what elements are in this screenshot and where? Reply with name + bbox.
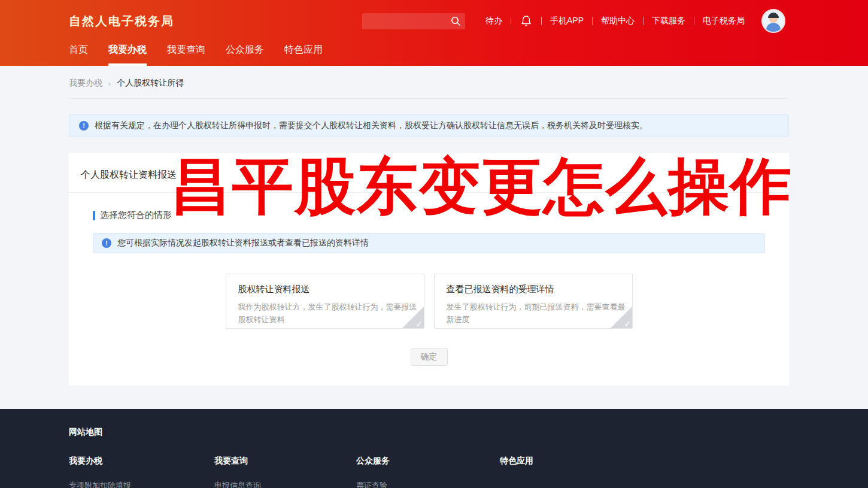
section-notice-text: 您可根据实际情况发起股权转让资料报送或者查看已报送的资料详情 — [117, 238, 369, 248]
corner-check-icon: ✓ — [611, 307, 632, 328]
option-card-submit-materials[interactable]: 股权转让资料报送 我作为股权转让方，发生了股权转让行为，需要报送股权转让资料 ✓ — [226, 274, 424, 329]
app-header: 自然人电子税务局 待办 — [0, 0, 868, 66]
footer-col-title: 我要查询 — [214, 456, 356, 466]
footer-link-ticket-verify[interactable]: 票证查验 — [356, 480, 500, 488]
footer-link-special-deduction[interactable]: 专项附加扣除填报 — [69, 480, 214, 488]
breadcrumb-parent[interactable]: 我要办税 — [69, 78, 102, 89]
options-row: 股权转让资料报送 我作为股权转让方，发生了股权转让行为，需要报送股权转让资料 ✓… — [93, 274, 765, 329]
sitemap-title: 网站地图 — [69, 427, 868, 438]
user-avatar[interactable] — [761, 9, 785, 33]
menu-item-mobile-app[interactable]: 手机APP — [542, 16, 592, 26]
search-input[interactable] — [362, 13, 491, 29]
search-box[interactable] — [362, 13, 465, 29]
nav-item-query[interactable]: 我要查询 — [167, 44, 205, 66]
footer-link-declaration-info[interactable]: 申报信息查询 — [214, 480, 356, 488]
option-card-view-progress[interactable]: 查看已报送资料的受理详情 发生了股权转让行为，前期已报送资料，需要查看最新进度 … — [434, 274, 633, 329]
footer-col-title: 我要办税 — [69, 456, 214, 466]
section-heading: 选择您符合的情形 — [93, 210, 765, 221]
menu-item-download-service[interactable]: 下载服务 — [644, 16, 694, 26]
section-title: 选择您符合的情形 — [100, 210, 172, 221]
main-panel: 个人股权转让资料报送 选择您符合的情形 ! 您可根据实际情况发起股权转让资料报送… — [69, 153, 789, 386]
nav-item-home[interactable]: 首页 — [69, 44, 88, 66]
section-accent-bar — [93, 211, 95, 220]
page-notice-text: 根据有关规定，在办理个人股权转让所得申报时，需要提交个人股权转让相关资料，股权受… — [95, 120, 648, 131]
breadcrumb-current: 个人股权转让所得 — [117, 78, 184, 89]
breadcrumb: 我要办税 › 个人股权转让所得 — [69, 66, 789, 99]
panel-header: 个人股权转让资料报送 — [69, 153, 789, 193]
footer-col-query: 我要查询 申报信息查询 — [214, 456, 356, 488]
footer-col-featured-apps: 特色应用 — [500, 456, 868, 488]
panel-title: 个人股权转让资料报送 — [81, 169, 177, 180]
footer-col-tax-handling: 我要办税 专项附加扣除填报 — [69, 456, 214, 488]
nav-item-tax-handling[interactable]: 我要办税 — [108, 44, 147, 66]
menu-item-etax-bureau[interactable]: 电子税务局 — [694, 16, 753, 26]
footer-col-public-service: 公众服务 票证查验 — [356, 456, 500, 488]
page-notice-banner: ! 根据有关规定，在办理个人股权转让所得申报时，需要提交个人股权转让相关资料，股… — [69, 114, 789, 137]
search-icon[interactable] — [451, 16, 461, 29]
nav-item-public-service[interactable]: 公众服务 — [226, 44, 264, 66]
info-icon: ! — [79, 121, 89, 131]
footer-col-title: 特色应用 — [500, 456, 868, 466]
option-description: 我作为股权转让方，发生了股权转让行为，需要报送股权转让资料 — [238, 301, 418, 326]
notifications-bell-icon[interactable] — [511, 15, 541, 27]
option-description: 发生了股权转让行为，前期已报送资料，需要查看最新进度 — [447, 301, 626, 326]
corner-check-icon: ✓ — [402, 307, 424, 328]
info-icon: ! — [102, 238, 111, 248]
section-notice-banner: ! 您可根据实际情况发起股权转让资料报送或者查看已报送的资料详情 — [93, 233, 765, 253]
option-title: 查看已报送资料的受理详情 — [447, 284, 620, 295]
primary-nav: 首页 我要办税 我要查询 公众服务 特色应用 — [69, 44, 343, 66]
menu-item-help-center[interactable]: 帮助中心 — [593, 16, 643, 26]
breadcrumb-separator-icon: › — [108, 79, 111, 88]
site-logo: 自然人电子税务局 — [69, 13, 174, 29]
option-title: 股权转让资料报送 — [238, 284, 412, 295]
page-footer: 网站地图 我要办税 专项附加扣除填报 我要查询 申报信息查询 公众服务 票证查验… — [0, 409, 868, 488]
confirm-button[interactable]: 确定 — [411, 348, 448, 366]
nav-item-featured-apps[interactable]: 特色应用 — [284, 44, 323, 66]
footer-col-title: 公众服务 — [356, 456, 500, 466]
